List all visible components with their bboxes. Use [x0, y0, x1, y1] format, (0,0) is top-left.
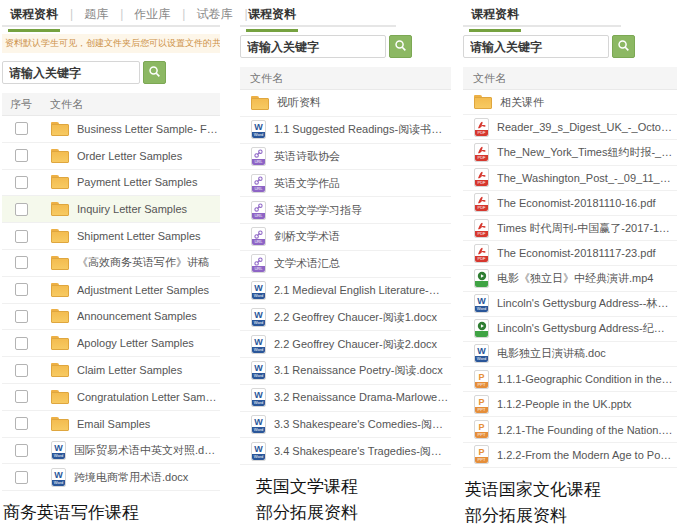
word-band: Word — [475, 306, 488, 312]
ppt-icon: PPPT — [474, 445, 489, 464]
file-name: 文学术语汇总 — [274, 256, 342, 271]
file-row[interactable]: URL英语文学作品 — [240, 170, 451, 197]
tab-course-files[interactable]: 课程资料 — [246, 6, 298, 32]
file-row[interactable]: PPPT1.1.2-People in the UK.pptx — [463, 392, 677, 417]
file-row[interactable]: WWord2.1 Medieval English Literature-阅读.… — [240, 278, 451, 305]
tab-course-files[interactable]: 课程资料 — [8, 6, 82, 32]
file-row[interactable]: URL文学术语汇总 — [240, 251, 451, 278]
file-row[interactable]: WWord1.1 Suggested Readings-阅读书目.docx — [240, 117, 451, 144]
file-row[interactable]: 电影《独立日》中经典演讲.mp4 — [463, 266, 677, 291]
file-row[interactable]: Order Letter Samples — [2, 143, 220, 170]
word-icon: WWord — [51, 441, 66, 460]
file-row[interactable]: WWord3.1 Renaissance Poetry-阅读.docx — [240, 358, 451, 385]
file-row[interactable]: 视听资料 — [240, 90, 451, 117]
row-checkbox[interactable] — [15, 149, 28, 162]
file-row[interactable]: Inquiry Letter Samples — [2, 196, 220, 223]
tab-bar: 课程资料 — [240, 0, 451, 27]
file-row[interactable]: PPPT1.2.1-The Founding of the Nation.ppt… — [463, 417, 677, 442]
row-checkbox[interactable] — [15, 417, 28, 430]
folder-icon — [51, 202, 69, 216]
file-name: 3.2 Renaissance Drama-Marlowe阅读.docx — [274, 390, 451, 405]
search-input[interactable] — [463, 35, 609, 58]
row-checkbox[interactable] — [15, 230, 28, 243]
url-band: URL — [252, 213, 265, 219]
file-row[interactable]: WWord电影独立日演讲稿.doc — [463, 342, 677, 367]
file-row[interactable]: WWord3.3 Shakespeare's Comedies-阅读.docx — [240, 412, 451, 439]
tab-label: 课程资料 — [8, 6, 60, 32]
search-button[interactable] — [612, 35, 635, 58]
file-name: 3.3 Shakespeare's Comedies-阅读.docx — [274, 417, 451, 432]
file-row[interactable]: Lincoln's Gettysburg Address-纪录片视频-搜狐视频.… — [463, 317, 677, 342]
file-row[interactable]: URL英语诗歌协会 — [240, 144, 451, 171]
row-checkbox[interactable] — [15, 337, 28, 350]
word-icon: WWord — [251, 308, 266, 327]
word-glyph: W — [252, 443, 265, 455]
word-icon: WWord — [474, 294, 489, 313]
row-checkbox[interactable] — [15, 176, 28, 189]
file-row[interactable]: WWord跨境电商常用术语.docx — [2, 464, 220, 491]
search-input[interactable] — [240, 35, 386, 58]
row-checkbox[interactable] — [15, 203, 28, 216]
file-row[interactable]: PDFThe Economist-20181117-23.pdf — [463, 241, 677, 266]
file-row[interactable]: 相关课件 — [463, 90, 677, 115]
row-checkbox[interactable] — [15, 122, 28, 135]
table-header: 序号文件名 — [2, 93, 220, 116]
file-name: The Economist-20181117-23.pdf — [497, 247, 658, 259]
word-band: Word — [252, 427, 265, 433]
file-name: 剑桥文学术语 — [274, 229, 342, 244]
row-checkbox[interactable] — [15, 310, 28, 323]
file-row[interactable]: WWordLincoln's Gettysburg Address--林肯葛底斯… — [463, 292, 677, 317]
file-row[interactable]: Adjustment Letter Samples — [2, 277, 220, 304]
tab-2[interactable]: 作业库 — [132, 6, 194, 29]
row-checkbox[interactable] — [15, 283, 28, 296]
url-icon: URL — [251, 174, 266, 193]
tab-course-files[interactable]: 课程资料 — [469, 6, 521, 32]
row-checkbox[interactable] — [15, 256, 28, 269]
folder-icon — [51, 417, 69, 431]
file-row[interactable]: PDFThe_New_York_Times纽约时报-_12_04_2019.pd… — [463, 140, 677, 165]
pdf-band: PDF — [475, 231, 488, 237]
search-button[interactable] — [143, 61, 166, 84]
file-row[interactable]: Payment Letter Samples — [2, 170, 220, 197]
file-row[interactable]: Congratulation Letter Samples — [2, 384, 220, 411]
search-bar — [2, 61, 220, 84]
file-row[interactable]: PDFTimes 时代周刊-中国赢了-2017-11-13.pdf — [463, 216, 677, 241]
file-row[interactable]: URL剑桥文学术语 — [240, 224, 451, 251]
word-icon: WWord — [251, 335, 266, 354]
file-row[interactable]: PDFThe Economist-20181110-16.pdf — [463, 191, 677, 216]
file-row[interactable]: PDFThe_Washington_Post_-_09_11_2018.pdf — [463, 166, 677, 191]
file-row[interactable]: Announcement Samples — [2, 304, 220, 331]
row-checkbox[interactable] — [15, 364, 28, 377]
row-checkbox[interactable] — [15, 390, 28, 403]
row-checkbox[interactable] — [15, 471, 28, 484]
row-checkbox[interactable] — [15, 444, 28, 457]
file-name: 国际贸易术语中英文对照.docx — [74, 443, 220, 458]
file-row[interactable]: Claim Letter Samples — [2, 357, 220, 384]
word-glyph: W — [52, 469, 65, 481]
checkbox-cell — [2, 122, 40, 135]
file-row[interactable]: Apology Letter Samples — [2, 330, 220, 357]
file-name: Lincoln's Gettysburg Address-纪录片视频-搜狐视频.… — [497, 321, 677, 336]
file-row[interactable]: PDFReader_39_s_Digest_UK_-_October_2018.… — [463, 115, 677, 140]
file-row[interactable]: WWord2.2 Geoffrey Chaucer-阅读2.docx — [240, 331, 451, 358]
file-name: 1.1.1-Geographic Condition in the UK.ppt… — [497, 373, 677, 385]
search-bar — [240, 35, 451, 58]
file-row[interactable]: WWord3.4 Shakespeare's Tragedies-阅读.docx — [240, 438, 451, 465]
tab-1[interactable]: 题库 — [82, 6, 132, 29]
file-row[interactable]: WWord3.2 Renaissance Drama-Marlowe阅读.doc… — [240, 385, 451, 412]
file-row[interactable]: URL英语文学学习指导 — [240, 197, 451, 224]
file-row[interactable]: 《高效商务英语写作》讲稿 — [2, 250, 220, 277]
file-row[interactable]: PPPT1.2.2-From the Modern Age to Postwar… — [463, 443, 677, 468]
folder-front-panel — [51, 124, 69, 136]
file-row[interactable]: PPPT1.1.1-Geographic Condition in the UK… — [463, 367, 677, 392]
file-name: 2.1 Medieval English Literature-阅读.docx — [274, 283, 451, 298]
file-row[interactable]: Email Samples — [2, 411, 220, 438]
file-row[interactable]: WWord国际贸易术语中英文对照.docx — [2, 438, 220, 465]
file-row[interactable]: WWord2.2 Geoffrey Chaucer-阅读1.docx — [240, 304, 451, 331]
search-input[interactable] — [2, 61, 140, 84]
tab-label: 作业库 — [132, 6, 172, 29]
file-name: 3.1 Renaissance Poetry-阅读.docx — [274, 363, 445, 378]
search-button[interactable] — [389, 35, 412, 58]
file-row[interactable]: Shipment Letter Samples — [2, 223, 220, 250]
file-row[interactable]: Business Letter Sample- Format — [2, 116, 220, 143]
